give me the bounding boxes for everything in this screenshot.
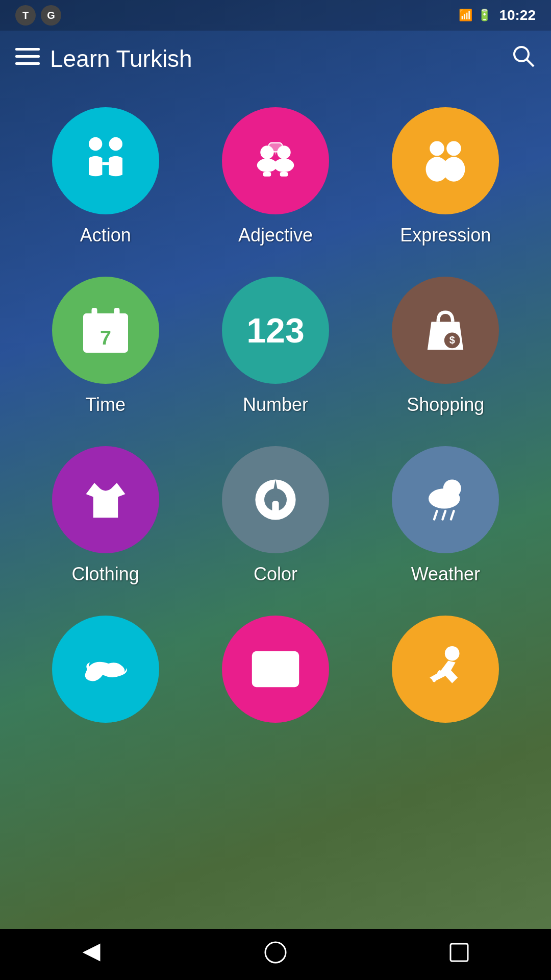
number-label: Number [243, 394, 308, 415]
expression-button[interactable] [392, 107, 499, 214]
svg-point-5 [89, 137, 102, 151]
action-label: Action [80, 225, 131, 246]
shopping-button[interactable]: $ [392, 277, 499, 384]
menu-button[interactable] [15, 44, 40, 74]
grid-item-color[interactable]: Color [201, 446, 350, 585]
svg-marker-14 [274, 152, 277, 155]
svg-rect-11 [263, 172, 271, 177]
grid-item-expression[interactable]: Expression [371, 107, 520, 246]
adjective-button[interactable] [222, 107, 329, 214]
svg-line-44 [434, 672, 440, 681]
number-icon-text: 123 [246, 313, 304, 348]
grid-item-shopping[interactable]: $ Shopping [371, 277, 520, 415]
status-icon-t: T [15, 5, 36, 26]
svg-rect-47 [450, 944, 468, 961]
signal-icon: 📶 [459, 9, 472, 22]
back-button[interactable] [79, 940, 105, 970]
weather-label: Weather [411, 564, 480, 585]
status-right: 📶 🔋 10:22 [459, 7, 536, 23]
svg-point-33 [429, 488, 460, 509]
svg-rect-12 [280, 172, 288, 177]
clothing-label: Clothing [72, 564, 139, 585]
grid-item-animal[interactable] [31, 616, 180, 733]
search-button[interactable] [511, 44, 536, 74]
animal-button[interactable] [52, 616, 159, 723]
grid-item-number[interactable]: 123 Number [201, 277, 350, 415]
clothing-button[interactable] [52, 446, 159, 553]
time-label: Time [85, 394, 126, 415]
svg-text:7: 7 [100, 326, 111, 349]
category-grid: Action Adjective [0, 87, 551, 753]
svg-line-34 [434, 511, 437, 520]
svg-text:$: $ [449, 334, 455, 346]
top-bar: Learn Turkish [0, 31, 551, 87]
bottom-navigation [0, 929, 551, 980]
grid-item-clothing[interactable]: Clothing [31, 446, 180, 585]
svg-line-36 [451, 511, 454, 520]
time-button[interactable]: 7 [52, 277, 159, 384]
svg-line-35 [443, 511, 446, 520]
svg-point-6 [109, 137, 122, 151]
svg-point-3 [514, 47, 529, 61]
status-bar: T G 📶 🔋 10:22 [0, 0, 551, 31]
shopping-label: Shopping [407, 394, 484, 415]
svg-rect-23 [114, 308, 119, 320]
svg-rect-21 [83, 320, 128, 326]
svg-marker-45 [84, 945, 99, 960]
number-button[interactable]: 123 [222, 277, 329, 384]
svg-point-46 [265, 942, 286, 963]
home-button[interactable] [263, 940, 288, 970]
status-battery-signal: 📶 🔋 [459, 9, 491, 22]
svg-point-15 [430, 141, 445, 156]
svg-rect-30 [272, 501, 279, 513]
expression-label: Expression [400, 225, 491, 246]
grid-item-action[interactable]: Action [31, 107, 180, 246]
svg-rect-13 [269, 143, 282, 152]
action-button[interactable] [52, 107, 159, 214]
time-display: 10:22 [499, 7, 536, 23]
status-icon-g: G [41, 5, 61, 26]
status-left-icons: T G [15, 5, 61, 26]
svg-rect-2 [15, 62, 40, 65]
svg-line-4 [527, 59, 534, 66]
adjective-label: Adjective [238, 225, 313, 246]
grid-item-sport[interactable] [371, 616, 520, 733]
grid-item-nature[interactable] [201, 616, 350, 733]
color-button[interactable] [222, 446, 329, 553]
svg-point-31 [272, 512, 279, 519]
svg-rect-22 [91, 308, 97, 320]
grid-item-weather[interactable]: Weather [371, 446, 520, 585]
grid-item-adjective[interactable]: Adjective [201, 107, 350, 246]
svg-point-43 [445, 646, 460, 661]
recent-button[interactable] [446, 940, 472, 970]
nature-button[interactable] [222, 616, 329, 723]
grid-item-time[interactable]: 7 Time [31, 277, 180, 415]
battery-icon: 🔋 [478, 9, 491, 22]
weather-button[interactable] [392, 446, 499, 553]
svg-point-40 [285, 654, 294, 664]
svg-point-16 [447, 141, 462, 156]
svg-point-18 [443, 157, 465, 181]
sport-button[interactable] [392, 616, 499, 723]
svg-rect-1 [15, 55, 40, 58]
svg-rect-0 [15, 48, 40, 51]
color-label: Color [254, 564, 297, 585]
svg-point-10 [274, 159, 294, 172]
app-title: Learn Turkish [50, 45, 511, 72]
